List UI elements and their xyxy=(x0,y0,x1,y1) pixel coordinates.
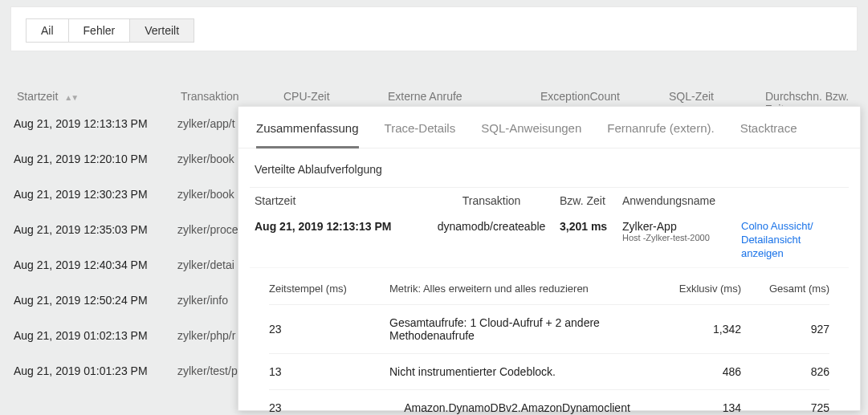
metrics-row[interactable]: 23 Gesamtaufrufe: 1 Cloud-Aufruf + 2 and… xyxy=(269,304,829,353)
cell-start: Aug 21, 2019 12:13:13 PM xyxy=(14,117,177,130)
cell-total: 927 xyxy=(741,323,829,336)
detail-tabs: Zusammenfassung Trace-Details SQL-Anweis… xyxy=(238,107,860,149)
metrics-row[interactable]: 13 Nicht instrumentierter Codeblock. 486… xyxy=(269,353,829,389)
trace-detail-panel: Zusammenfassung Trace-Details SQL-Anweis… xyxy=(238,106,861,411)
trace-app: Zylker-App Host -Zylker-test-2000 xyxy=(622,220,741,242)
app-host: Host -Zylker-test-2000 xyxy=(622,233,741,242)
col-total: Gesamt (ms) xyxy=(741,283,829,295)
app-name: Zylker-App xyxy=(622,220,741,233)
cell-ts: 13 xyxy=(269,365,389,378)
cell-ts: 23 xyxy=(269,323,389,336)
tab-trace-details[interactable]: Trace-Details xyxy=(385,121,456,148)
metrics-row[interactable]: 23 Amazon.DynamoDBv2.AmazonDynamoclient … xyxy=(269,389,829,415)
col-timestamp: Zeitstempel (ms) xyxy=(269,283,389,295)
trace-row: Aug 21, 2019 12:13:13 PM dynamodb/create… xyxy=(250,215,849,268)
transactions-panel: Ail Fehler Verteilt xyxy=(10,6,858,51)
cell-start: Aug 21, 2019 12:50:24 PM xyxy=(14,294,177,307)
cell-metric: Amazon.DynamoDBv2.AmazonDynamoclient xyxy=(389,401,645,414)
trace-col-duration: Bzw. Zeit xyxy=(560,194,622,207)
metrics-header: Zeitstempel (ms) Metrik: Alles erweitern… xyxy=(269,276,829,304)
trace-start: Aug 21, 2019 12:13:13 PM xyxy=(255,220,423,233)
tab-remote[interactable]: Fernanrufe (extern). xyxy=(607,121,714,148)
trace-col-app: Anwendungsname xyxy=(622,194,741,207)
col-start-label: Startzeit xyxy=(17,90,58,103)
cell-exclusive: 134 xyxy=(645,401,741,414)
cell-start: Aug 21, 2019 01:02:13 PM xyxy=(14,329,177,342)
tab-sql[interactable]: SQL-Anweisungen xyxy=(481,121,581,148)
trace-duration: 3,201 ms xyxy=(560,220,622,233)
trace-transaction: dynamodb/createable xyxy=(423,220,560,233)
metrics-table: Zeitstempel (ms) Metrik: Alles erweitern… xyxy=(269,276,829,415)
link-line1: Colno Aussicht/ xyxy=(741,220,813,232)
cell-ts: 23 xyxy=(269,401,389,414)
filter-errors[interactable]: Fehler xyxy=(69,19,131,42)
col-exclusive: Exklusiv (ms) xyxy=(645,283,741,295)
filter-bar: Ail Fehler Verteilt xyxy=(11,7,857,51)
cell-start: Aug 21, 2019 12:40:34 PM xyxy=(14,258,177,271)
tab-summary[interactable]: Zusammenfassung xyxy=(256,121,359,149)
cell-total: 826 xyxy=(741,365,829,378)
detail-view-link[interactable]: Colno Aussicht/ Detailansicht anzeigen xyxy=(741,220,844,261)
sort-icon: ▲▼ xyxy=(64,93,77,102)
cell-start: Aug 21, 2019 12:30:23 PM xyxy=(14,188,177,201)
cell-start: Aug 21, 2019 01:01:23 PM xyxy=(14,364,177,377)
cell-exclusive: 1,342 xyxy=(645,323,741,336)
filter-all[interactable]: Ail xyxy=(26,19,69,42)
cell-start: Aug 21, 2019 12:35:03 PM xyxy=(14,223,177,236)
trace-col-start: Startzeit xyxy=(255,194,423,207)
cell-metric: Nicht instrumentierter Codeblock. xyxy=(389,365,645,378)
tab-stacktrace[interactable]: Stacktrace xyxy=(740,121,797,148)
trace-col-transaction: Transaktion xyxy=(423,194,560,207)
cell-metric: Gesamtaufrufe: 1 Cloud-Aufruf + 2 andere… xyxy=(389,316,645,342)
filter-distributed[interactable]: Verteilt xyxy=(130,19,194,42)
filter-group: Ail Fehler Verteilt xyxy=(26,18,194,43)
link-line2: Detailansicht anzeigen xyxy=(741,234,801,259)
cell-start: Aug 21, 2019 12:20:10 PM xyxy=(14,153,177,165)
trace-header: Startzeit Transaktion Bzw. Zeit Anwendun… xyxy=(250,187,849,215)
cell-exclusive: 486 xyxy=(645,365,741,378)
section-title: Verteilte Ablaufverfolgung xyxy=(250,161,849,187)
col-metric[interactable]: Metrik: Alles erweitern und alles reduzi… xyxy=(389,283,645,295)
detail-body: Verteilte Ablaufverfolgung Startzeit Tra… xyxy=(238,149,860,415)
cell-total: 725 xyxy=(741,401,829,414)
